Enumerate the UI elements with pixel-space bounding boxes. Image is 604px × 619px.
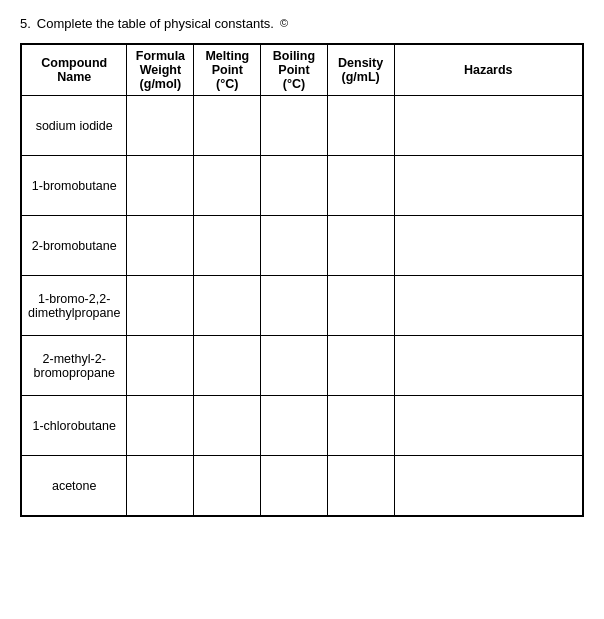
hazards-cell[interactable]	[394, 156, 583, 216]
melting-point-cell[interactable]	[194, 216, 261, 276]
density-cell[interactable]	[327, 216, 394, 276]
formula-weight-cell[interactable]	[127, 276, 194, 336]
formula-weight-cell[interactable]	[127, 96, 194, 156]
melting-point-cell[interactable]	[194, 396, 261, 456]
melting-point-cell[interactable]	[194, 336, 261, 396]
density-cell[interactable]	[327, 156, 394, 216]
boiling-point-cell[interactable]	[261, 396, 328, 456]
physical-constants-table: Compound Name Formula Weight (g/mol) Mel…	[21, 44, 583, 516]
table-row: sodium iodide	[22, 96, 583, 156]
compound-name-cell: 1-chlorobutane	[22, 396, 127, 456]
boiling-point-cell[interactable]	[261, 336, 328, 396]
compound-name-cell: acetone	[22, 456, 127, 516]
table-row: 2-bromobutane	[22, 216, 583, 276]
hazards-cell[interactable]	[394, 276, 583, 336]
table-row: 2-methyl-2-bromopropane	[22, 336, 583, 396]
instruction-description: Complete the table of physical constants…	[37, 16, 274, 31]
hazards-cell[interactable]	[394, 396, 583, 456]
boiling-point-cell[interactable]	[261, 456, 328, 516]
melting-point-cell[interactable]	[194, 276, 261, 336]
header-formula-weight: Formula Weight (g/mol)	[127, 45, 194, 96]
density-cell[interactable]	[327, 456, 394, 516]
table-header-row: Compound Name Formula Weight (g/mol) Mel…	[22, 45, 583, 96]
header-hazards: Hazards	[394, 45, 583, 96]
formula-weight-cell[interactable]	[127, 336, 194, 396]
header-density: Density (g/mL)	[327, 45, 394, 96]
physical-constants-table-container: Compound Name Formula Weight (g/mol) Mel…	[20, 43, 584, 517]
formula-weight-cell[interactable]	[127, 456, 194, 516]
table-row: 1-bromobutane	[22, 156, 583, 216]
boiling-point-cell[interactable]	[261, 96, 328, 156]
density-cell[interactable]	[327, 396, 394, 456]
boiling-point-cell[interactable]	[261, 276, 328, 336]
instruction-line: 5. Complete the table of physical consta…	[20, 16, 584, 31]
compound-name-cell: 1-bromobutane	[22, 156, 127, 216]
formula-weight-cell[interactable]	[127, 216, 194, 276]
boiling-point-cell[interactable]	[261, 156, 328, 216]
compound-name-cell: 2-methyl-2-bromopropane	[22, 336, 127, 396]
header-boiling-point: Boiling Point (°C)	[261, 45, 328, 96]
density-cell[interactable]	[327, 276, 394, 336]
hazards-cell[interactable]	[394, 456, 583, 516]
melting-point-cell[interactable]	[194, 156, 261, 216]
boiling-point-cell[interactable]	[261, 216, 328, 276]
hazards-cell[interactable]	[394, 216, 583, 276]
hazards-cell[interactable]	[394, 336, 583, 396]
table-row: acetone	[22, 456, 583, 516]
compound-name-cell: sodium iodide	[22, 96, 127, 156]
table-row: 1-bromo-2,2-dimethylpropane	[22, 276, 583, 336]
hazards-cell[interactable]	[394, 96, 583, 156]
melting-point-cell[interactable]	[194, 96, 261, 156]
copyright-icon: ©	[280, 17, 288, 29]
header-compound-name: Compound Name	[22, 45, 127, 96]
header-melting-point: Melting Point (°C)	[194, 45, 261, 96]
table-row: 1-chlorobutane	[22, 396, 583, 456]
formula-weight-cell[interactable]	[127, 396, 194, 456]
instruction-text: 5.	[20, 16, 31, 31]
compound-name-cell: 1-bromo-2,2-dimethylpropane	[22, 276, 127, 336]
compound-name-cell: 2-bromobutane	[22, 216, 127, 276]
density-cell[interactable]	[327, 336, 394, 396]
melting-point-cell[interactable]	[194, 456, 261, 516]
density-cell[interactable]	[327, 96, 394, 156]
formula-weight-cell[interactable]	[127, 156, 194, 216]
